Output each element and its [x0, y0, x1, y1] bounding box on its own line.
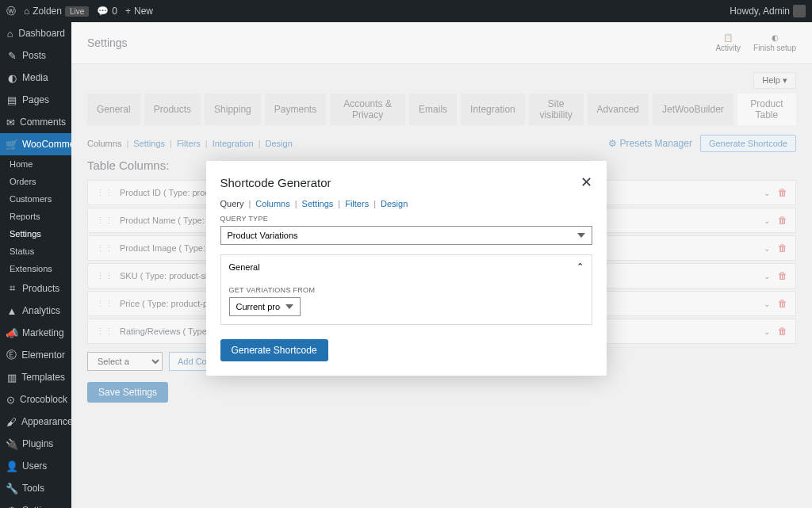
modal-tabs: Query|Columns|Settings|Filters|Design: [206, 199, 607, 208]
comments-link[interactable]: 💬 0: [97, 6, 117, 17]
wp-logo[interactable]: ⓦ: [6, 5, 16, 18]
modal-tab[interactable]: Settings: [302, 199, 334, 208]
modal-generate-button[interactable]: Generate Shortcode: [220, 339, 328, 361]
shortcode-generator-modal: Shortcode Generator ✕ Query|Columns|Sett…: [206, 161, 607, 376]
avatar: [793, 5, 806, 17]
modal-backdrop: Shortcode Generator ✕ Query|Columns|Sett…: [0, 22, 812, 508]
query-type-select[interactable]: Product Variations: [220, 226, 592, 245]
modal-tab[interactable]: Query: [220, 199, 244, 208]
chevron-up-icon: ⌃: [576, 262, 584, 272]
modal-tab[interactable]: Columns: [255, 199, 289, 208]
modal-tab[interactable]: Design: [381, 199, 408, 208]
modal-title: Shortcode Generator: [220, 176, 331, 189]
modal-tab[interactable]: Filters: [345, 199, 369, 208]
get-variations-label: GET VARIATIONS FROM: [229, 286, 584, 294]
general-accordion: General ⌃ GET VARIATIONS FROM Current pr…: [220, 254, 592, 325]
new-link[interactable]: + New: [125, 6, 153, 17]
admin-bar: ⓦ ⌂ Zolden Live 💬 0 + New Howdy, Admin: [0, 0, 812, 22]
close-icon[interactable]: ✕: [580, 174, 592, 191]
site-link[interactable]: ⌂ Zolden Live: [24, 6, 89, 17]
get-variations-select[interactable]: Current product: [229, 297, 301, 316]
howdy-link[interactable]: Howdy, Admin: [730, 5, 806, 17]
accordion-header[interactable]: General ⌃: [221, 255, 592, 278]
query-type-label: QUERY TYPE: [220, 215, 592, 223]
